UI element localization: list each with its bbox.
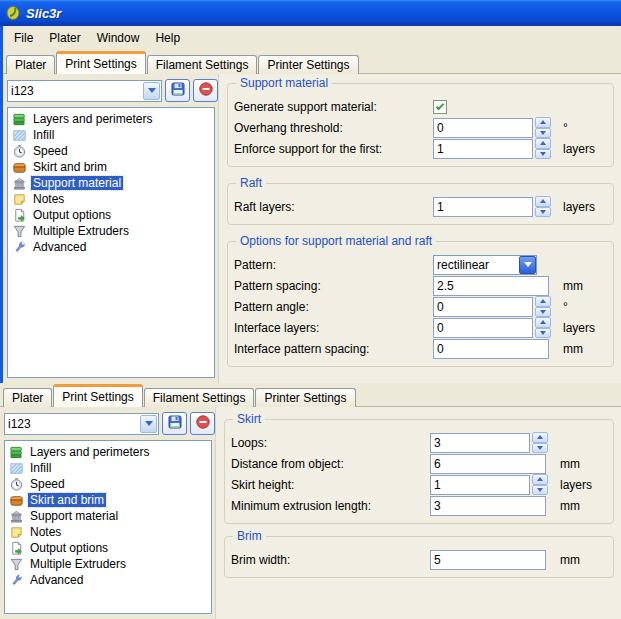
spin-up-icon [540, 120, 546, 124]
spin-up-button[interactable] [535, 138, 551, 149]
interface-pattern-spacing-input[interactable] [433, 339, 549, 359]
interface-layers-input[interactable] [433, 318, 533, 338]
select-dropdown-icon[interactable] [519, 256, 536, 274]
tab-printer-settings[interactable]: Printer Settings [258, 55, 358, 74]
spinner [535, 317, 551, 338]
sidebar-item-support-material[interactable]: Support material [8, 508, 211, 524]
spin-up-button[interactable] [535, 296, 551, 307]
unit-label: ° [563, 121, 568, 135]
setting-row: Enforce support for the first:layers [234, 138, 607, 159]
sidebar-item-speed[interactable]: Speed [8, 476, 211, 492]
sidebar-item-support-material[interactable]: Support material [11, 175, 214, 191]
pattern-angle-input[interactable] [433, 297, 533, 317]
save-preset-button[interactable] [162, 412, 187, 435]
tab-printer-settings[interactable]: Printer Settings [255, 388, 355, 407]
tab-print-settings[interactable]: Print Settings [56, 51, 145, 74]
spin-down-icon [540, 152, 546, 156]
brim-width-input[interactable] [430, 550, 546, 570]
raft-layers-input[interactable] [433, 197, 533, 217]
setting-label: Pattern angle: [234, 300, 433, 314]
group-title: Skirt [233, 412, 265, 426]
skirt-height-input[interactable] [430, 475, 530, 495]
tab-filament-settings[interactable]: Filament Settings [147, 55, 258, 74]
sidebar-item-notes[interactable]: Notes [8, 524, 211, 540]
loops-input[interactable] [430, 433, 530, 453]
spinner [532, 432, 548, 453]
tab-plater[interactable]: Plater [3, 388, 52, 407]
preset-combo-input[interactable] [5, 417, 140, 431]
delete-preset-button[interactable] [190, 412, 215, 435]
sidebar-item-label: Output options [31, 208, 113, 222]
output-options-icon [12, 208, 27, 223]
setting-label: Raft layers: [234, 200, 433, 214]
menu-item-help[interactable]: Help [147, 28, 188, 48]
setting-row: Distance from object:mm [231, 453, 607, 474]
window-title: Slic3r [26, 6, 61, 21]
delete-preset-button[interactable] [193, 79, 218, 102]
delete-preset-icon [195, 414, 211, 433]
sidebar-bottom: Layers and perimetersInfillSpeedSkirt an… [0, 407, 215, 619]
sidebar-item-multiple-extruders[interactable]: Multiple Extruders [8, 556, 211, 572]
sidebar-item-skirt-and-brim[interactable]: Skirt and brim [11, 159, 214, 175]
pattern-spacing-input[interactable] [433, 276, 549, 296]
generate-support-material-checkbox[interactable] [433, 100, 447, 114]
enforce-support-for-the-first-input[interactable] [433, 139, 533, 159]
spinner [535, 138, 551, 159]
sidebar-item-layers-and-perimeters[interactable]: Layers and perimeters [11, 111, 214, 127]
overhang-threshold-input[interactable] [433, 118, 533, 138]
preset-combo-input[interactable] [8, 84, 143, 98]
tab-print-settings[interactable]: Print Settings [53, 384, 142, 407]
sidebar-item-skirt-and-brim[interactable]: Skirt and brim [8, 492, 211, 508]
sidebar-item-notes[interactable]: Notes [11, 191, 214, 207]
spin-down-button[interactable] [535, 328, 551, 339]
preset-combo[interactable] [4, 413, 159, 435]
group-support-material: Support materialGenerate support materia… [227, 83, 614, 167]
group-title: Raft [236, 176, 266, 190]
top-window: Slic3r FilePlaterWindowHelp PlaterPrint … [0, 0, 621, 383]
spin-down-button[interactable] [535, 207, 551, 218]
menu-item-window[interactable]: Window [89, 28, 148, 48]
spin-down-button[interactable] [532, 443, 548, 454]
spin-down-button[interactable] [532, 485, 548, 496]
menu-item-file[interactable]: File [6, 28, 41, 48]
combo-dropdown-icon[interactable] [143, 82, 160, 100]
spin-up-icon [540, 199, 546, 203]
spin-up-button[interactable] [535, 317, 551, 328]
setting-label: Pattern spacing: [234, 279, 433, 293]
setting-label: Minimum extrusion length: [231, 499, 430, 513]
sidebar-item-advanced[interactable]: Advanced [11, 239, 214, 255]
sidebar-item-infill[interactable]: Infill [8, 460, 211, 476]
minimum-extrusion-length-input[interactable] [430, 496, 546, 516]
tab-plater[interactable]: Plater [6, 55, 55, 74]
sidebar-item-layers-and-perimeters[interactable]: Layers and perimeters [8, 444, 211, 460]
tab-filament-settings[interactable]: Filament Settings [144, 388, 255, 407]
spin-up-button[interactable] [532, 432, 548, 443]
sidebar-item-label: Advanced [31, 240, 88, 254]
tab-label: Printer Settings [267, 58, 349, 72]
spin-up-button[interactable] [535, 196, 551, 207]
spin-down-button[interactable] [535, 128, 551, 139]
sidebar-item-label: Notes [31, 192, 66, 206]
infill-icon [9, 461, 24, 476]
sidebar-item-output-options[interactable]: Output options [8, 540, 211, 556]
spin-up-icon [537, 435, 543, 439]
spin-up-button[interactable] [532, 474, 548, 485]
sidebar-item-multiple-extruders[interactable]: Multiple Extruders [11, 223, 214, 239]
sidebar-item-advanced[interactable]: Advanced [8, 572, 211, 588]
sidebar-item-infill[interactable]: Infill [11, 127, 214, 143]
skirt-brim-icon [12, 160, 27, 175]
sidebar-item-output-options[interactable]: Output options [11, 207, 214, 223]
title-bar: Slic3r [0, 0, 621, 26]
spin-down-button[interactable] [535, 307, 551, 318]
save-preset-button[interactable] [165, 79, 190, 102]
distance-from-object-input[interactable] [430, 454, 546, 474]
menu-item-plater[interactable]: Plater [41, 28, 88, 48]
preset-combo[interactable] [7, 80, 162, 102]
pattern-select[interactable]: rectilinear [433, 255, 537, 275]
setting-label: Skirt height: [231, 478, 430, 492]
tab-label: Filament Settings [156, 58, 249, 72]
spin-up-button[interactable] [535, 117, 551, 128]
combo-dropdown-icon[interactable] [140, 415, 157, 433]
sidebar-item-speed[interactable]: Speed [11, 143, 214, 159]
spin-down-button[interactable] [535, 149, 551, 160]
